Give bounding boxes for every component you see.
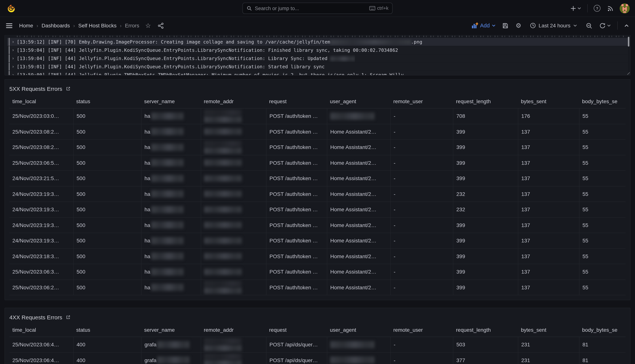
remote-addr-value xyxy=(204,354,242,364)
cell-bytes-sent: 137 xyxy=(518,186,579,202)
external-link-icon[interactable] xyxy=(66,315,70,320)
column-header-server_name[interactable]: server_name xyxy=(141,98,201,104)
cell-request: POST /auth/token … xyxy=(266,108,327,124)
cell-status: 500 xyxy=(73,171,141,186)
table-row: 25/Nov/2023:06:4…400grafaPOST /api/ds/qu… xyxy=(10,337,626,352)
new-button[interactable] xyxy=(570,5,582,12)
column-header-bytes_sent[interactable]: bytes_sent xyxy=(518,327,579,333)
search-shortcut: ctrl+k xyxy=(369,6,388,11)
cell-remote-user: - xyxy=(390,337,453,352)
add-panel-label: Add xyxy=(480,22,490,28)
cell-user-agent: Home Assistant/2… xyxy=(327,171,390,186)
redacted-text xyxy=(204,281,242,287)
log-level-indicator xyxy=(9,54,10,62)
panel-5xx-requests-errors: 5XX Requests Errors time_localstatusserv… xyxy=(4,79,630,300)
column-header-request[interactable]: request xyxy=(266,327,327,333)
cell-body-bytes-sent: 55 xyxy=(579,155,626,170)
cell-user-agent: Home Assistant/2… xyxy=(327,280,390,295)
collapse-toolbar-button[interactable] xyxy=(623,22,630,29)
redacted-text xyxy=(204,128,242,135)
column-header-user_agent[interactable]: user_agent xyxy=(327,327,390,333)
cell-request-length: 399 xyxy=(453,140,518,155)
time-range-picker[interactable]: Last 24 hours xyxy=(528,22,580,29)
cell-body-bytes-sent: 55 xyxy=(579,218,626,233)
column-header-user_agent[interactable]: user_agent xyxy=(327,98,390,104)
save-dashboard-button[interactable] xyxy=(502,22,509,30)
remote-addr-value xyxy=(204,141,242,154)
grafana-logo[interactable] xyxy=(5,2,17,14)
cell-time-local: 24/Nov/2023:19:3… xyxy=(10,186,73,202)
log-row[interactable]: ›[13:59:00] [INF] [44] Jellyfin.Plugin.T… xyxy=(7,71,628,76)
user-avatar[interactable] xyxy=(620,3,630,13)
log-message: [13:59:04] [INF] [44] Jellyfin.Plugin.Ko… xyxy=(17,54,355,62)
breadcrumb-home[interactable]: Home xyxy=(19,22,33,28)
cell-status: 500 xyxy=(73,155,141,170)
cell-time-local: 24/Nov/2023:19:3… xyxy=(10,202,73,217)
log-message: [13:59:01] [INF] [44] Jellyfin.Plugin.Ko… xyxy=(17,63,325,70)
column-header-body_bytes_se[interactable]: body_bytes_se xyxy=(579,98,626,104)
help-button[interactable]: ? xyxy=(593,4,601,12)
dashboard-content: ›[13:59:12] [INF] [70] Emby.Drawing.Imag… xyxy=(0,35,635,364)
column-header-remote_user[interactable]: remote_user xyxy=(390,98,453,104)
redacted-text xyxy=(204,360,242,364)
topnav-divider xyxy=(587,4,588,12)
column-header-request_length[interactable]: request_length xyxy=(453,98,518,104)
redacted-text xyxy=(330,341,374,348)
log-row[interactable]: ›[13:59:04] [INF] [44] Jellyfin.Plugin.K… xyxy=(7,54,628,62)
cell-status: 500 xyxy=(73,218,141,233)
table-row: 25/Nov/2023:06:3…500haPOST /auth/token …… xyxy=(10,264,626,280)
cell-remote-user: - xyxy=(390,140,453,155)
expand-chevron-icon[interactable]: › xyxy=(12,38,14,46)
expand-chevron-icon[interactable]: › xyxy=(12,71,14,76)
column-header-time_local[interactable]: time_local xyxy=(10,327,73,333)
remote-addr-value xyxy=(204,206,242,213)
column-header-bytes_sent[interactable]: bytes_sent xyxy=(518,98,579,104)
column-header-status[interactable]: status xyxy=(73,98,141,104)
expand-chevron-icon[interactable]: › xyxy=(12,46,14,54)
cell-remote-user: - xyxy=(390,248,453,264)
breadcrumb-dashboards[interactable]: Dashboards xyxy=(42,22,70,28)
expand-chevron-icon[interactable]: › xyxy=(12,63,14,70)
cell-server-name: ha xyxy=(141,155,201,170)
redacted-text xyxy=(330,40,411,45)
cell-bytes-sent: 137 xyxy=(518,248,579,264)
external-link-icon[interactable] xyxy=(66,86,70,91)
cell-request-length: 503 xyxy=(453,337,518,352)
cell-status: 500 xyxy=(73,248,141,264)
cell-request: POST /auth/token … xyxy=(266,264,327,280)
add-panel-button[interactable]: Add xyxy=(471,22,496,29)
column-header-status[interactable]: status xyxy=(73,327,141,333)
keyboard-icon xyxy=(369,6,375,10)
column-header-remote_addr[interactable]: remote_addr xyxy=(201,327,266,333)
search-input[interactable]: Search or jump to... ctrl+k xyxy=(242,3,392,14)
cell-remote-user: - xyxy=(390,171,453,186)
share-button[interactable] xyxy=(157,22,165,30)
log-row[interactable]: ›[13:59:04] [INF] [44] Jellyfin.Plugin.K… xyxy=(7,46,628,54)
panel-title[interactable]: 5XX Requests Errors xyxy=(10,85,62,92)
column-header-remote_addr[interactable]: remote_addr xyxy=(201,98,266,104)
news-button[interactable] xyxy=(606,4,614,12)
dashboard-settings-button[interactable]: ⚙ xyxy=(515,22,522,30)
column-header-body_bytes_se[interactable]: body_bytes_se xyxy=(579,327,626,333)
cell-user-agent xyxy=(327,108,390,124)
log-row[interactable]: ›[13:59:12] [INF] [70] Emby.Drawing.Imag… xyxy=(7,38,628,46)
column-header-time_local[interactable]: time_local xyxy=(10,98,73,104)
breadcrumb-self-host-blocks[interactable]: Self Host Blocks xyxy=(78,22,116,28)
panel-title[interactable]: 4XX Requests Errors xyxy=(10,314,62,320)
cell-server-name: ha xyxy=(141,280,201,295)
column-header-server_name[interactable]: server_name xyxy=(141,327,201,333)
redacted-text xyxy=(151,112,183,120)
log-row[interactable]: ›[13:59:01] [INF] [44] Jellyfin.Plugin.K… xyxy=(7,63,628,70)
chevron-down-icon xyxy=(607,24,611,28)
column-header-request_length[interactable]: request_length xyxy=(453,327,518,333)
redacted-text xyxy=(330,357,374,364)
zoom-out-time-button[interactable] xyxy=(585,22,593,30)
logs-scrollbar-thumb[interactable] xyxy=(628,37,629,46)
favorite-button[interactable]: ☆ xyxy=(144,22,152,30)
column-header-remote_user[interactable]: remote_user xyxy=(390,327,453,333)
refresh-button[interactable] xyxy=(598,22,612,30)
column-header-request[interactable]: request xyxy=(266,98,327,104)
expand-chevron-icon[interactable]: › xyxy=(12,54,14,62)
table-row: 25/Nov/2023:06:5…500haPOST /auth/token …… xyxy=(10,155,626,170)
mega-menu-button[interactable] xyxy=(5,22,13,29)
